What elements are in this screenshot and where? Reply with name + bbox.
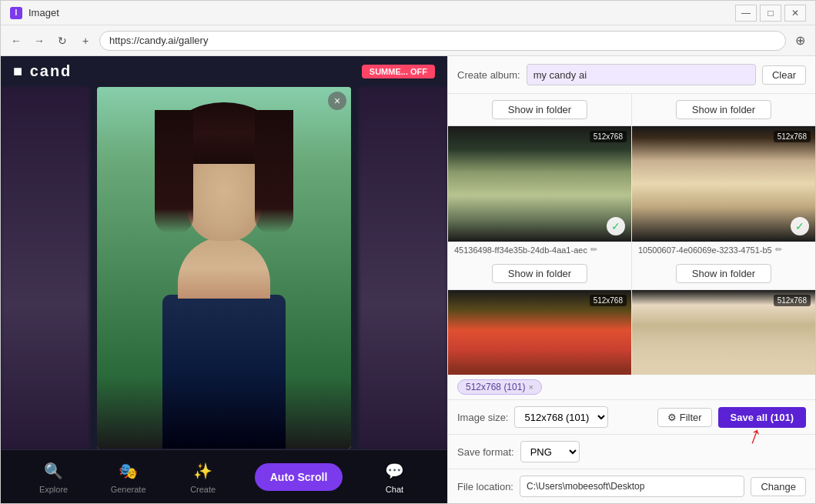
- maximize-button[interactable]: □: [760, 5, 781, 22]
- generate-label: Generate: [111, 485, 146, 494]
- album-bar: Create album: Clear: [448, 56, 815, 94]
- filter-bar: 512x768 (101) ×: [448, 375, 815, 400]
- nav-generate[interactable]: 🎭 Generate: [105, 460, 152, 494]
- filter-icon: ⚙: [667, 412, 677, 423]
- edit-icon-2[interactable]: ✏: [775, 245, 782, 255]
- left-panel: ■ cand SUMME... OFF: [1, 56, 447, 503]
- filename-row-1: 45136498-ff34e35b-24db-4aa1-aec ✏: [448, 242, 631, 258]
- filter-tag: 512x768 (101) ×: [457, 379, 542, 395]
- bookmark-button[interactable]: ⊕: [791, 32, 809, 50]
- size-badge-3: 512x768: [590, 295, 627, 306]
- thumbnail-2[interactable]: 512x768 ✓: [632, 126, 815, 242]
- blur-right: [359, 86, 447, 449]
- image-grid: Show in folder Show in folder 512: [448, 94, 815, 375]
- create-icon: ✨: [192, 460, 214, 482]
- explore-label: Explore: [39, 485, 68, 494]
- address-bar[interactable]: https://candy.ai/gallery: [99, 31, 786, 51]
- chat-icon: 💬: [383, 460, 405, 482]
- check-icon-1: ✓: [607, 217, 625, 235]
- generate-icon: 🎭: [118, 460, 139, 482]
- new-tab-button[interactable]: +: [76, 32, 95, 50]
- left-header: ■ cand SUMME... OFF: [1, 56, 447, 86]
- create-label: Create: [190, 485, 216, 494]
- grid-cell-3-1: 512x768: [448, 290, 632, 375]
- grid-cell-1-1: Show in folder: [448, 94, 632, 125]
- app-window: I Imaget — □ ✕ ← → ↻ + https://candy.ai/…: [0, 0, 816, 504]
- chat-label: Chat: [386, 485, 403, 494]
- title-bar-left: I Imaget: [10, 7, 59, 19]
- show-folder-button-3[interactable]: Show in folder: [492, 264, 587, 283]
- bottom-nav: 🔍 Explore 🎭 Generate ✨ Create Auto Scrol…: [1, 449, 447, 503]
- promo-banner: SUMME... OFF: [362, 65, 435, 78]
- show-folder-button-1[interactable]: Show in folder: [492, 100, 587, 119]
- main-portrait: ×: [97, 87, 351, 449]
- save-all-button[interactable]: Save all (101): [718, 407, 806, 428]
- size-badge-1: 512x768: [590, 131, 627, 142]
- blur-left: [1, 86, 89, 449]
- back-button[interactable]: ←: [7, 32, 25, 50]
- show-folder-row-1: Show in folder Show in folder: [448, 94, 815, 126]
- show-folder-button-2[interactable]: Show in folder: [676, 100, 771, 119]
- change-button[interactable]: Change: [751, 477, 806, 496]
- format-label: Save format:: [457, 446, 514, 458]
- window-controls: — □ ✕: [735, 5, 806, 22]
- filename-row-2: 10500607-4e06069e-3233-4751-b5 ✏: [632, 242, 815, 258]
- main-content: ■ cand SUMME... OFF: [1, 56, 815, 503]
- image-container: ×: [1, 86, 447, 449]
- left-overlay: ■ cand SUMME... OFF: [1, 56, 447, 503]
- grid-cell-1-2: Show in folder: [632, 94, 815, 125]
- size-select[interactable]: 512x768 (101): [514, 406, 608, 428]
- controls-bar: Image size: 512x768 (101) ⚙ Filter Save …: [448, 400, 815, 435]
- refresh-button[interactable]: ↻: [53, 32, 72, 50]
- show-folder-button-4[interactable]: Show in folder: [676, 264, 771, 283]
- filter-tag-label: 512x768 (101): [466, 382, 525, 392]
- format-select[interactable]: PNG JPG WEBP: [520, 441, 580, 462]
- location-input[interactable]: [520, 476, 744, 497]
- image-row-2: 512x768 512x768: [448, 290, 815, 375]
- show-folder-bar-2: Show in folder: [632, 94, 815, 125]
- thumbnail-1[interactable]: 512x768 ✓: [448, 126, 631, 242]
- close-button[interactable]: ✕: [784, 5, 806, 22]
- brand-logo: ■ cand: [13, 62, 72, 80]
- edit-icon-1[interactable]: ✏: [590, 245, 597, 255]
- album-label: Create album:: [457, 69, 520, 81]
- show-folder-bar-1: Show in folder: [448, 94, 631, 125]
- format-bar: Save format: PNG JPG WEBP: [448, 435, 815, 469]
- show-folder-bar-4: Show in folder: [632, 258, 815, 289]
- show-folder-bar-3: Show in folder: [448, 258, 631, 289]
- filter-btn-label: Filter: [680, 412, 702, 423]
- thumbnail-3[interactable]: 512x768: [448, 290, 631, 375]
- right-panel: Create album: Clear Show in folder Show …: [447, 56, 815, 503]
- album-input[interactable]: [527, 64, 756, 85]
- location-bar: File location: Change: [448, 469, 815, 503]
- app-title: Imaget: [28, 7, 59, 18]
- filter-button[interactable]: ⚙ Filter: [657, 408, 712, 427]
- grid-cell-2-2: 512x768 ✓ 10500607-4e06069e-3233-4751-b5…: [632, 126, 815, 289]
- clear-button[interactable]: Clear: [762, 65, 806, 85]
- url-text: https://candy.ai/gallery: [109, 35, 208, 46]
- forward-button[interactable]: →: [30, 32, 48, 50]
- auto-scroll-button[interactable]: Auto Scroll: [255, 463, 343, 491]
- title-bar: I Imaget — □ ✕: [1, 1, 815, 25]
- location-label: File location:: [457, 481, 513, 492]
- check-icon-2: ✓: [791, 217, 809, 235]
- grid-cell-2-1: 512x768 ✓ 45136498-ff34e35b-24db-4aa1-ae…: [448, 126, 632, 289]
- nav-chat[interactable]: 💬 Chat: [371, 460, 417, 494]
- image-close-button[interactable]: ×: [328, 92, 346, 110]
- app-icon: I: [10, 7, 22, 19]
- image-row-1: 512x768 ✓ 45136498-ff34e35b-24db-4aa1-ae…: [448, 126, 815, 290]
- minimize-button[interactable]: —: [735, 5, 757, 22]
- nav-create[interactable]: ✨ Create: [180, 460, 226, 494]
- grid-cell-3-2: 512x768: [632, 290, 815, 375]
- nav-explore[interactable]: 🔍 Explore: [31, 460, 77, 494]
- explore-icon: 🔍: [43, 460, 65, 482]
- thumbnail-4[interactable]: 512x768: [632, 290, 815, 375]
- image-size-label: Image size:: [457, 412, 508, 423]
- filter-tag-remove[interactable]: ×: [528, 382, 533, 392]
- size-badge-2: 512x768: [774, 131, 811, 142]
- size-badge-4: 512x768: [774, 295, 811, 306]
- browser-bar: ← → ↻ + https://candy.ai/gallery ⊕: [1, 25, 815, 56]
- filename-1: 45136498-ff34e35b-24db-4aa1-aec: [454, 245, 587, 255]
- filename-2: 10500607-4e06069e-3233-4751-b5: [638, 245, 772, 255]
